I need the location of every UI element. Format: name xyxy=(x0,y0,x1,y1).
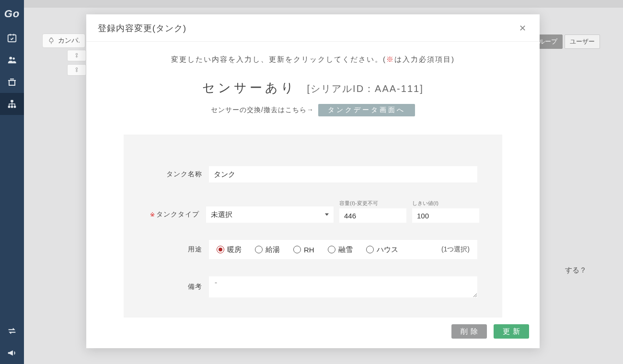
threshold-column: しきい値(ℓ) xyxy=(412,200,479,223)
update-button[interactable]: 更新 xyxy=(494,324,529,339)
radio-icon xyxy=(328,246,335,253)
capacity-column: 容量(ℓ)-変更不可 xyxy=(339,200,406,223)
radio-label: 融雪 xyxy=(338,245,353,254)
instruction-post: は入力必須項目) xyxy=(394,55,455,63)
tank-type-select[interactable]: 未選択 xyxy=(206,206,334,223)
radio-label: ハウス xyxy=(377,245,398,254)
radio-icon xyxy=(217,246,224,253)
modal-header: 登録内容変更(タンク) ✕ xyxy=(86,14,540,42)
sensor-status-line: センサーあり [シリアルID：AAA-111] xyxy=(115,80,511,96)
label-remarks: 備考 xyxy=(147,283,209,291)
row-usage: 用途 暖房 給湯 RH 融雪 xyxy=(147,240,479,259)
row-remarks: 備考 - xyxy=(147,276,479,297)
exchange-text: センサーの交換/撤去はこちら→ xyxy=(211,106,314,114)
sensor-status: センサーあり xyxy=(202,80,297,95)
usage-hint: (1つ選択) xyxy=(441,245,470,254)
remarks-input[interactable]: - xyxy=(209,276,477,297)
radio-rh[interactable]: RH xyxy=(293,246,314,254)
instruction-text: 変更したい内容を入力し、更新をクリックしてください。(※は入力必須項目) xyxy=(115,55,511,64)
label-tank-type: ※タンクタイプ xyxy=(147,210,206,223)
radio-hotwater[interactable]: 給湯 xyxy=(255,245,280,254)
label-tank-type-text: タンクタイプ xyxy=(156,210,199,218)
radio-icon xyxy=(293,246,301,253)
modal-footer: 削除 更新 xyxy=(86,318,540,348)
tank-type-value: 未選択 xyxy=(211,210,232,219)
instruction-pre: 変更したい内容を入力し、更新をクリックしてください。( xyxy=(171,55,386,63)
tank-name-input[interactable] xyxy=(209,166,477,182)
radio-icon xyxy=(255,246,263,253)
label-usage: 用途 xyxy=(147,245,209,254)
threshold-input[interactable] xyxy=(412,208,479,223)
sensor-exchange-line: センサーの交換/撤去はこちら→ タンクデータ画面へ xyxy=(115,104,511,116)
radio-label: 給湯 xyxy=(265,245,280,254)
label-capacity: 容量(ℓ)-変更不可 xyxy=(339,200,406,207)
capacity-input[interactable] xyxy=(339,208,406,223)
chevron-down-icon xyxy=(325,214,329,216)
delete-button[interactable]: 削除 xyxy=(451,324,487,339)
radio-label: 暖房 xyxy=(227,245,242,254)
radio-heating[interactable]: 暖房 xyxy=(217,245,242,254)
row-tank-type: ※タンクタイプ 未選択 容量(ℓ)-変更不可 しきい値(ℓ) xyxy=(147,200,479,223)
radio-snowmelt[interactable]: 融雪 xyxy=(328,245,353,254)
modal-title: 登録内容変更(タンク) xyxy=(98,23,186,34)
close-icon[interactable]: ✕ xyxy=(517,21,528,35)
label-tank-name: タンク名称 xyxy=(147,170,209,179)
row-tank-name: タンク名称 xyxy=(147,166,479,182)
modal-body: 変更したい内容を入力し、更新をクリックしてください。(※は入力必須項目) センサ… xyxy=(86,42,540,318)
tank-data-link-button[interactable]: タンクデータ画面へ xyxy=(318,104,415,116)
radio-house[interactable]: ハウス xyxy=(366,245,398,254)
required-mark-icon: ※ xyxy=(386,55,394,63)
usage-radio-group: 暖房 給湯 RH 融雪 xyxy=(209,240,477,259)
form-panel: タンク名称 ※タンクタイプ 未選択 容量(ℓ)-変更不可 しきい値(ℓ) xyxy=(124,135,502,318)
modal-edit-tank: 登録内容変更(タンク) ✕ 変更したい内容を入力し、更新をクリックしてください。… xyxy=(86,14,540,348)
required-mark-icon: ※ xyxy=(150,211,155,218)
serial-id: [シリアルID：AAA-111] xyxy=(307,83,424,94)
label-threshold: しきい値(ℓ) xyxy=(412,200,479,207)
radio-label: RH xyxy=(304,246,314,254)
radio-icon xyxy=(366,246,374,253)
